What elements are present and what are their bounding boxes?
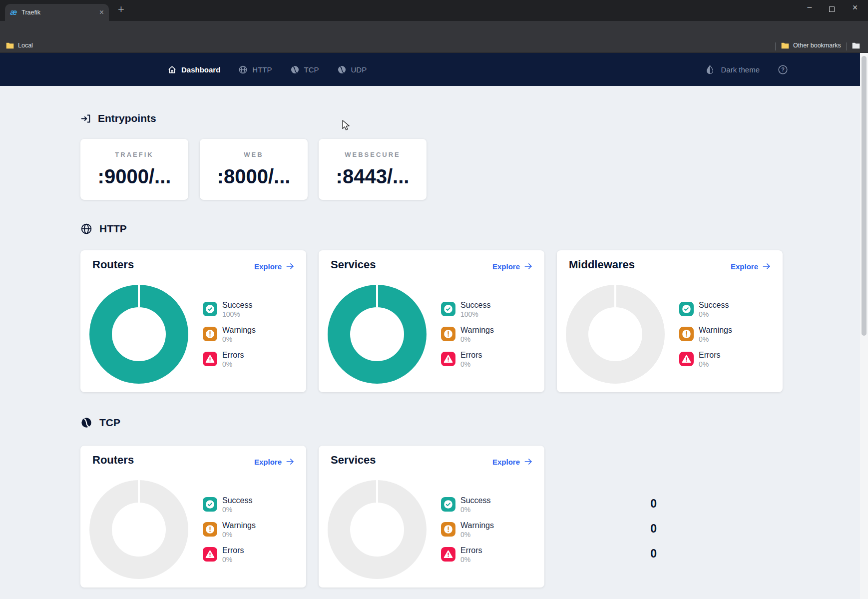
arrow-right-icon xyxy=(285,261,295,271)
entrypoint-name: TRAEFIK xyxy=(80,151,188,158)
entrypoint-card-web: WEB :8000/... xyxy=(200,139,308,200)
page-scrollbar-thumb[interactable] xyxy=(862,56,867,336)
success-icon xyxy=(679,302,694,316)
entrypoints-icon xyxy=(80,113,91,124)
invert-colors-icon xyxy=(705,64,715,75)
nav-label: Dashboard xyxy=(181,65,220,74)
explore-link[interactable]: Explore xyxy=(254,457,295,467)
tcp-routers-card: Routers Explore Success 0% 0 Warnings 0%… xyxy=(80,446,306,588)
stat-success: Success 0% 0 xyxy=(679,301,779,317)
section-title: TCP xyxy=(99,417,120,429)
bookmarks-separator xyxy=(775,42,776,50)
stat-warnings: Warnings 0% 0 xyxy=(679,326,779,342)
hidden-bookmarks-folder-button[interactable] xyxy=(852,42,860,49)
stat-warnings: Warnings 0% 0 xyxy=(441,326,541,342)
arrow-right-icon xyxy=(762,261,772,271)
window-maximize-button[interactable] xyxy=(829,6,835,12)
dark-theme-toggle[interactable]: Dark theme xyxy=(705,64,760,75)
error-icon xyxy=(441,352,455,366)
error-icon xyxy=(203,547,217,562)
bookmarks-separator xyxy=(846,42,847,50)
window-minimize-button[interactable]: – xyxy=(805,3,814,11)
http-section-header: HTTP xyxy=(80,223,127,235)
success-icon xyxy=(203,302,217,316)
nav-http[interactable]: HTTP xyxy=(238,65,272,74)
stat-errors: Errors 0% 0 xyxy=(441,351,541,367)
new-tab-button[interactable]: + xyxy=(118,4,124,15)
bookmarks-bar: Local Other bookmarks xyxy=(0,40,868,53)
mouse-cursor xyxy=(342,120,352,134)
entrypoint-port: :9000/... xyxy=(80,165,188,188)
explore-link[interactable]: Explore xyxy=(492,457,533,467)
navbar-right: Dark theme ? xyxy=(705,53,788,86)
error-icon xyxy=(441,547,455,562)
warning-icon xyxy=(679,327,694,341)
globe-icon xyxy=(80,223,92,235)
stat-success: Success 0% 0 xyxy=(441,496,541,512)
success-icon xyxy=(203,497,217,512)
entrypoints-section-header: Entrypoints xyxy=(80,112,156,124)
folder-icon xyxy=(852,42,860,49)
stat-success: Success 100% 4 xyxy=(203,301,303,317)
section-title: Entrypoints xyxy=(98,112,156,124)
traefik-navbar: træfik 2.3.3 Dashboard HTTP TCP UDP xyxy=(0,53,868,86)
globe-icon xyxy=(238,65,248,74)
browser-tab[interactable]: æ Traefik × xyxy=(5,4,109,21)
explore-link[interactable]: Explore xyxy=(254,261,295,271)
tab-title: Traefik xyxy=(21,9,99,16)
http-routers-card: Routers Explore Success 100% 4 Warnings … xyxy=(80,250,306,392)
http-middlewares-card: Middlewares Explore Success 0% 0 Warning… xyxy=(557,250,783,392)
warning-icon xyxy=(441,522,455,537)
window-close-button[interactable]: × xyxy=(851,3,860,11)
http-services-card: Services Explore Success 100% 5 Warnings… xyxy=(319,250,544,392)
nav-dashboard[interactable]: Dashboard xyxy=(167,65,220,74)
tcp-section-header: TCP xyxy=(80,417,120,429)
bookmark-label: Local xyxy=(18,42,33,49)
arrow-right-icon xyxy=(523,261,533,271)
traefik-favicon-icon: æ xyxy=(10,8,17,17)
udp-icon xyxy=(337,65,347,74)
entrypoint-port: :8443/... xyxy=(319,165,427,188)
error-icon xyxy=(203,352,217,366)
svg-text:?: ? xyxy=(781,66,785,72)
entrypoint-card-websecure: WEBSECURE :8443/... xyxy=(319,139,427,200)
stat-errors: Errors 0% 0 xyxy=(441,546,541,562)
card-title: Services xyxy=(331,454,376,467)
nav-tcp[interactable]: TCP xyxy=(290,65,319,74)
arrow-right-icon xyxy=(523,457,533,467)
bookmark-local-folder[interactable]: Local xyxy=(6,42,33,49)
screen: æ Traefik × + – × 192.168.0.5/dashboard/… xyxy=(0,0,868,599)
main-menu: Dashboard HTTP TCP UDP xyxy=(167,53,367,86)
tab-close-icon[interactable]: × xyxy=(99,8,104,16)
warning-icon xyxy=(203,327,217,341)
error-icon xyxy=(679,352,694,366)
nav-label: TCP xyxy=(304,65,319,74)
explore-link[interactable]: Explore xyxy=(731,261,772,271)
dark-theme-label: Dark theme xyxy=(721,65,760,74)
card-title: Middlewares xyxy=(569,258,635,271)
tcp-services-card: Services Explore Success 0% 0 Warnings 0… xyxy=(319,446,544,588)
folder-icon xyxy=(6,42,14,49)
tcp-icon xyxy=(80,417,92,429)
donut-chart xyxy=(566,285,665,384)
arrow-right-icon xyxy=(285,457,295,467)
tcp-icon xyxy=(290,65,300,74)
stat-errors: Errors 0% 0 xyxy=(203,351,303,367)
home-icon xyxy=(167,65,177,74)
donut-chart xyxy=(89,480,188,579)
donut-chart xyxy=(328,480,427,579)
stat-warnings: Warnings 0% 0 xyxy=(203,521,303,537)
bookmark-label: Other bookmarks xyxy=(793,42,841,49)
card-title: Routers xyxy=(92,454,134,467)
section-title: HTTP xyxy=(99,223,127,235)
folder-icon xyxy=(781,42,789,49)
entrypoint-port: :8000/... xyxy=(200,165,308,188)
stat-warnings: Warnings 0% 0 xyxy=(441,521,541,537)
stat-success: Success 100% 5 xyxy=(441,301,541,317)
nav-udp[interactable]: UDP xyxy=(337,65,367,74)
other-bookmarks-folder[interactable]: Other bookmarks xyxy=(781,42,841,49)
explore-link[interactable]: Explore xyxy=(492,261,533,271)
card-title: Routers xyxy=(92,258,134,271)
help-icon[interactable]: ? xyxy=(778,64,788,75)
browser-toolbar: 192.168.0.5/dashboard/#/ Incognito ⋮ xyxy=(0,21,868,40)
